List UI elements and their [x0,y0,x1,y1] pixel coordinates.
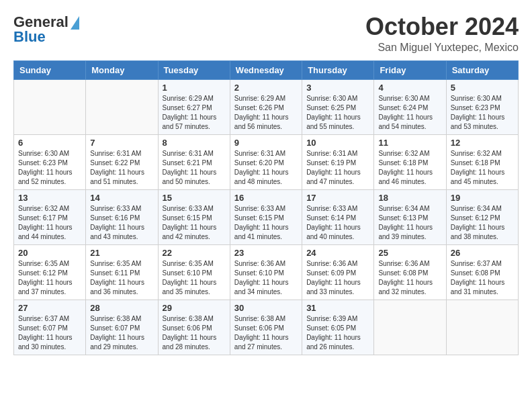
calendar-cell [86,79,158,134]
day-number: 21 [90,248,153,258]
day-number: 9 [234,138,298,148]
calendar-week-1: 1Sunrise: 6:29 AM Sunset: 6:27 PM Daylig… [14,79,519,134]
day-number: 26 [451,248,514,258]
day-number: 11 [378,138,441,148]
day-number: 7 [90,138,153,148]
day-info: Sunrise: 6:31 AM Sunset: 6:22 PM Dayligh… [90,149,153,187]
weekday-header-friday: Friday [374,60,446,79]
day-number: 16 [234,193,298,203]
day-info: Sunrise: 6:30 AM Sunset: 6:24 PM Dayligh… [378,94,441,132]
title-area: October 2024 San Miguel Yuxtepec, Mexico [365,13,519,54]
day-info: Sunrise: 6:38 AM Sunset: 6:06 PM Dayligh… [234,314,298,352]
day-info: Sunrise: 6:38 AM Sunset: 6:07 PM Dayligh… [90,314,153,352]
day-info: Sunrise: 6:30 AM Sunset: 6:25 PM Dayligh… [306,94,369,132]
day-info: Sunrise: 6:31 AM Sunset: 6:19 PM Dayligh… [306,149,369,187]
calendar-cell: 4Sunrise: 6:30 AM Sunset: 6:24 PM Daylig… [374,79,446,134]
calendar-cell: 28Sunrise: 6:38 AM Sunset: 6:07 PM Dayli… [86,300,158,355]
day-number: 20 [18,248,81,258]
calendar-cell: 14Sunrise: 6:33 AM Sunset: 6:16 PM Dayli… [86,189,158,244]
day-number: 1 [163,83,226,93]
day-info: Sunrise: 6:29 AM Sunset: 6:26 PM Dayligh… [234,94,298,132]
day-info: Sunrise: 6:33 AM Sunset: 6:14 PM Dayligh… [306,204,369,242]
day-info: Sunrise: 6:30 AM Sunset: 6:23 PM Dayligh… [451,94,514,132]
calendar-cell: 29Sunrise: 6:38 AM Sunset: 6:06 PM Dayli… [158,300,230,355]
weekday-header-sunday: Sunday [14,60,86,79]
weekday-header-tuesday: Tuesday [158,60,230,79]
calendar-cell: 15Sunrise: 6:33 AM Sunset: 6:15 PM Dayli… [158,189,230,244]
calendar-cell: 27Sunrise: 6:37 AM Sunset: 6:07 PM Dayli… [14,300,86,355]
day-number: 22 [163,248,226,258]
calendar-cell: 5Sunrise: 6:30 AM Sunset: 6:23 PM Daylig… [446,79,518,134]
day-info: Sunrise: 6:36 AM Sunset: 6:08 PM Dayligh… [378,259,441,297]
calendar-cell: 3Sunrise: 6:30 AM Sunset: 6:25 PM Daylig… [302,79,374,134]
calendar-cell: 10Sunrise: 6:31 AM Sunset: 6:19 PM Dayli… [302,134,374,189]
day-number: 4 [378,83,441,93]
calendar-week-4: 20Sunrise: 6:35 AM Sunset: 6:12 PM Dayli… [14,244,519,300]
calendar-header-row: SundayMondayTuesdayWednesdayThursdayFrid… [14,60,519,79]
day-number: 30 [234,303,298,313]
calendar-cell: 30Sunrise: 6:38 AM Sunset: 6:06 PM Dayli… [230,300,302,355]
calendar-week-3: 13Sunrise: 6:32 AM Sunset: 6:17 PM Dayli… [14,189,519,244]
day-info: Sunrise: 6:32 AM Sunset: 6:18 PM Dayligh… [451,149,514,187]
calendar-cell: 25Sunrise: 6:36 AM Sunset: 6:08 PM Dayli… [374,244,446,300]
month-title: October 2024 [365,13,519,40]
day-info: Sunrise: 6:30 AM Sunset: 6:23 PM Dayligh… [18,149,81,187]
calendar-cell: 11Sunrise: 6:32 AM Sunset: 6:18 PM Dayli… [374,134,446,189]
day-number: 8 [163,138,226,148]
day-info: Sunrise: 6:33 AM Sunset: 6:15 PM Dayligh… [163,204,226,242]
day-info: Sunrise: 6:33 AM Sunset: 6:15 PM Dayligh… [234,204,298,242]
weekday-header-wednesday: Wednesday [230,60,302,79]
calendar-cell: 17Sunrise: 6:33 AM Sunset: 6:14 PM Dayli… [302,189,374,244]
calendar-week-5: 27Sunrise: 6:37 AM Sunset: 6:07 PM Dayli… [14,300,519,355]
day-info: Sunrise: 6:36 AM Sunset: 6:09 PM Dayligh… [306,259,369,297]
day-info: Sunrise: 6:36 AM Sunset: 6:10 PM Dayligh… [234,259,298,297]
page-header: General Blue October 2024 San Miguel Yux… [13,13,519,54]
day-info: Sunrise: 6:34 AM Sunset: 6:13 PM Dayligh… [378,204,441,242]
weekday-header-monday: Monday [86,60,158,79]
weekday-header-thursday: Thursday [302,60,374,79]
day-number: 2 [234,83,298,93]
day-info: Sunrise: 6:33 AM Sunset: 6:16 PM Dayligh… [90,204,153,242]
day-number: 10 [306,138,369,148]
day-info: Sunrise: 6:35 AM Sunset: 6:10 PM Dayligh… [163,259,226,297]
day-number: 29 [163,303,226,313]
day-number: 31 [306,303,369,313]
day-number: 19 [451,193,514,203]
calendar-cell: 12Sunrise: 6:32 AM Sunset: 6:18 PM Dayli… [446,134,518,189]
calendar-cell [446,300,518,355]
day-number: 5 [451,83,514,93]
day-info: Sunrise: 6:37 AM Sunset: 6:08 PM Dayligh… [451,259,514,297]
day-info: Sunrise: 6:35 AM Sunset: 6:11 PM Dayligh… [90,259,153,297]
day-number: 28 [90,303,153,313]
day-number: 24 [306,248,369,258]
calendar-body: 1Sunrise: 6:29 AM Sunset: 6:27 PM Daylig… [14,79,519,355]
calendar-cell: 8Sunrise: 6:31 AM Sunset: 6:21 PM Daylig… [158,134,230,189]
day-info: Sunrise: 6:37 AM Sunset: 6:07 PM Dayligh… [18,314,81,352]
calendar-table: SundayMondayTuesdayWednesdayThursdayFrid… [13,60,519,355]
day-info: Sunrise: 6:32 AM Sunset: 6:18 PM Dayligh… [378,149,441,187]
calendar-cell: 16Sunrise: 6:33 AM Sunset: 6:15 PM Dayli… [230,189,302,244]
day-number: 17 [306,193,369,203]
day-info: Sunrise: 6:34 AM Sunset: 6:12 PM Dayligh… [451,204,514,242]
calendar-cell: 24Sunrise: 6:36 AM Sunset: 6:09 PM Dayli… [302,244,374,300]
day-number: 3 [306,83,369,93]
calendar-cell [14,79,86,134]
calendar-cell: 13Sunrise: 6:32 AM Sunset: 6:17 PM Dayli… [14,189,86,244]
calendar-cell: 21Sunrise: 6:35 AM Sunset: 6:11 PM Dayli… [86,244,158,300]
calendar-cell: 6Sunrise: 6:30 AM Sunset: 6:23 PM Daylig… [14,134,86,189]
day-info: Sunrise: 6:29 AM Sunset: 6:27 PM Dayligh… [163,94,226,132]
day-info: Sunrise: 6:31 AM Sunset: 6:21 PM Dayligh… [163,149,226,187]
day-info: Sunrise: 6:35 AM Sunset: 6:12 PM Dayligh… [18,259,81,297]
calendar-cell: 23Sunrise: 6:36 AM Sunset: 6:10 PM Dayli… [230,244,302,300]
calendar-cell: 20Sunrise: 6:35 AM Sunset: 6:12 PM Dayli… [14,244,86,300]
calendar-cell: 7Sunrise: 6:31 AM Sunset: 6:22 PM Daylig… [86,134,158,189]
day-number: 23 [234,248,298,258]
calendar-cell: 19Sunrise: 6:34 AM Sunset: 6:12 PM Dayli… [446,189,518,244]
day-number: 18 [378,193,441,203]
day-number: 15 [163,193,226,203]
calendar-cell [374,300,446,355]
calendar-cell: 18Sunrise: 6:34 AM Sunset: 6:13 PM Dayli… [374,189,446,244]
day-info: Sunrise: 6:39 AM Sunset: 6:05 PM Dayligh… [306,314,369,352]
day-number: 25 [378,248,441,258]
day-info: Sunrise: 6:31 AM Sunset: 6:20 PM Dayligh… [234,149,298,187]
